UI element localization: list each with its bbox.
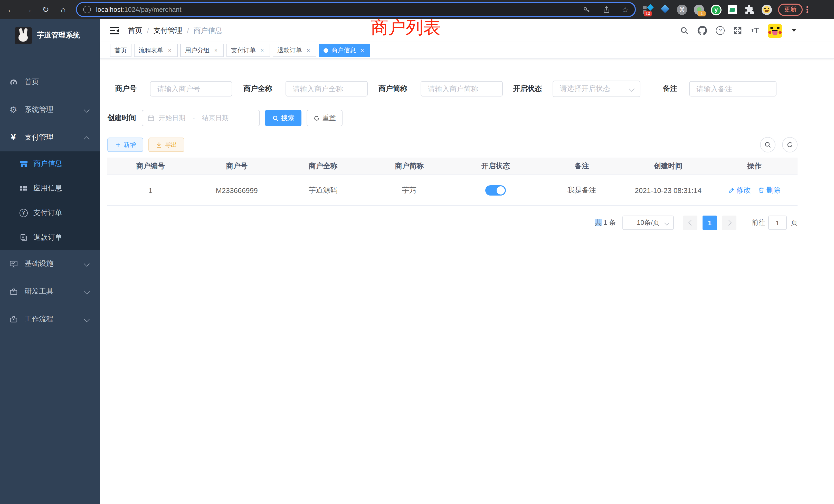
sidebar-collapse-icon[interactable]	[110, 27, 119, 34]
share-icon[interactable]	[602, 5, 610, 14]
tab-refund-orders[interactable]: 退款订单	[273, 44, 316, 57]
tags-view-bar: 首页 流程表单 用户分组 支付订单 退款订单 商户信息	[100, 42, 834, 59]
forward-icon[interactable]: →	[22, 5, 35, 14]
status-select[interactable]: 请选择开启状态	[553, 81, 640, 97]
sidebar-item-app-info[interactable]: 应用信息	[0, 176, 100, 201]
chevron-down-icon	[84, 289, 90, 295]
address-bar[interactable]: i localhost:1024/pay/merchant ☆	[76, 2, 636, 17]
prev-page-button[interactable]	[683, 215, 697, 230]
sidebar-item-label: 工作流程	[25, 315, 53, 324]
extension-emoji-icon[interactable]	[762, 4, 772, 15]
font-size-icon[interactable]: TT	[751, 26, 759, 35]
briefcase-icon	[9, 315, 18, 324]
screen: ← → ↻ ⌂ i localhost:1024/pay/merchant ☆	[0, 0, 834, 504]
extension-y-icon[interactable]: y	[711, 4, 721, 15]
edit-link[interactable]: 修改	[728, 186, 751, 195]
page-size-select[interactable]: 10条/页	[622, 215, 674, 230]
tab-label: 商户信息	[331, 46, 356, 55]
sidebar-item-label: 商户信息	[34, 159, 62, 168]
sidebar-item-infrastructure[interactable]: 基础设施	[0, 250, 100, 278]
bookmark-star-icon[interactable]: ☆	[622, 5, 629, 14]
close-icon[interactable]	[167, 47, 173, 54]
breadcrumb-current: 商户信息	[194, 26, 222, 35]
add-button[interactable]: 新增	[107, 138, 143, 152]
help-icon[interactable]: ?	[716, 26, 725, 35]
refresh-button[interactable]	[782, 137, 797, 153]
monitor-icon	[9, 259, 18, 268]
site-info-icon[interactable]: i	[83, 6, 91, 13]
tab-label: 支付订单	[231, 46, 256, 55]
sidebar-item-home[interactable]: 首页	[0, 68, 100, 96]
extension-green-dot-icon[interactable]: 1	[694, 4, 704, 15]
extensions-puzzle-icon[interactable]	[745, 4, 755, 15]
password-key-icon[interactable]	[582, 5, 591, 14]
sidebar-item-workflow[interactable]: 工作流程	[0, 305, 100, 333]
merchant-no-input[interactable]	[150, 81, 232, 96]
chevron-left-icon	[688, 220, 694, 226]
toolbox-icon	[9, 287, 18, 296]
back-icon[interactable]: ←	[4, 5, 18, 14]
table-header: 商户全称	[280, 161, 366, 171]
app-logo-row[interactable]: 芋道管理系统	[0, 19, 100, 47]
table-header: 创建时间	[625, 161, 711, 171]
sidebar-item-system[interactable]: ⚙ 系统管理	[0, 96, 100, 124]
short-name-input[interactable]	[421, 81, 503, 96]
reset-button[interactable]: 重置	[307, 110, 343, 126]
reload-icon[interactable]: ↻	[39, 5, 52, 14]
fullscreen-icon[interactable]	[733, 26, 742, 35]
sidebar-item-payment[interactable]: ¥ 支付管理	[0, 124, 100, 152]
status-toggle[interactable]	[485, 185, 506, 195]
delete-link-label: 删除	[766, 186, 781, 195]
next-page-button[interactable]	[722, 215, 737, 230]
full-name-input[interactable]	[286, 81, 368, 96]
close-icon[interactable]	[359, 47, 366, 54]
goto-unit: 页	[791, 218, 797, 227]
close-icon[interactable]	[259, 47, 265, 54]
toggle-search-button[interactable]	[760, 137, 775, 153]
close-icon[interactable]	[213, 47, 219, 54]
table-header-row: 商户编号 商户号 商户全称 商户简称 开启状态 备注 创建时间 操作	[107, 158, 797, 175]
chevron-right-icon	[726, 220, 731, 226]
breadcrumb-payment[interactable]: 支付管理	[154, 26, 182, 35]
extension-chat-icon[interactable]	[728, 4, 738, 15]
tab-process-form[interactable]: 流程表单	[134, 44, 178, 57]
chrome-update-button[interactable]: 更新	[778, 3, 803, 16]
sidebar-item-pay-orders[interactable]: ¥ 支付订单	[0, 201, 100, 225]
cell-remark: 我是备注	[539, 186, 625, 195]
breadcrumb-home[interactable]: 首页	[128, 26, 142, 35]
sidebar-item-merchant-info[interactable]: 商户信息	[0, 152, 100, 176]
pagination: 共 1 条 10条/页 1 前往 页	[107, 215, 797, 230]
avatar-caret-icon[interactable]	[792, 29, 796, 32]
tab-merchant-info[interactable]: 商户信息	[319, 44, 370, 57]
selection-highlight: 共	[595, 219, 601, 226]
merchant-table: 商户编号 商户号 商户全称 商户简称 开启状态 备注 创建时间 操作 1 M23…	[107, 158, 797, 206]
sidebar-item-dev-tools[interactable]: 研发工具	[0, 278, 100, 305]
tab-pay-orders[interactable]: 支付订单	[226, 44, 270, 57]
extension-blue-diamond-icon[interactable]: 10	[643, 4, 653, 15]
current-page-button[interactable]: 1	[703, 215, 717, 230]
yen-icon: ¥	[9, 132, 18, 143]
sidebar-item-refund-orders[interactable]: 退款订单	[0, 225, 100, 250]
tab-user-group[interactable]: 用户分组	[180, 44, 224, 57]
search-icon[interactable]	[680, 26, 689, 35]
search-button[interactable]: 搜索	[265, 110, 302, 126]
close-icon[interactable]	[305, 47, 312, 54]
user-avatar[interactable]	[768, 23, 782, 38]
remark-input[interactable]	[689, 81, 776, 96]
extension-kite-icon[interactable]	[660, 4, 670, 15]
payment-submenu: 商户信息 应用信息 ¥ 支付订单	[0, 152, 100, 250]
extensions-row: 10 ⌘ 1 y	[643, 4, 772, 15]
delete-link[interactable]: 删除	[758, 186, 781, 195]
export-button-label: 导出	[165, 140, 177, 149]
filter-row-2: 创建时间 开始日期 - 结束日期 搜索 重置	[107, 110, 797, 126]
goto-page-input[interactable]	[768, 215, 787, 230]
tab-label: 流程表单	[139, 46, 163, 55]
tab-home[interactable]: 首页	[110, 44, 131, 57]
url-text[interactable]: localhost:1024/pay/merchant	[96, 6, 181, 13]
browser-menu-icon[interactable]: •••	[806, 6, 809, 13]
home-icon[interactable]: ⌂	[57, 5, 70, 14]
date-range-input[interactable]: 开始日期 - 结束日期	[142, 110, 260, 126]
extension-command-icon[interactable]: ⌘	[677, 4, 687, 15]
export-button[interactable]: 导出	[148, 138, 184, 152]
github-icon[interactable]	[697, 26, 707, 36]
